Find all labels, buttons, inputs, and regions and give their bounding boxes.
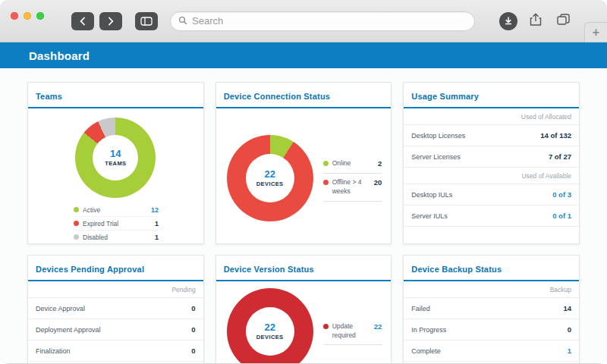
window-controls	[11, 12, 44, 20]
sidebar-toggle-button[interactable]	[135, 12, 158, 30]
card-header: Device Connection Status	[216, 83, 392, 108]
row-value: 0	[568, 325, 571, 334]
card-devices-pending-approval: Devices Pending Approval Pending Device …	[27, 255, 204, 363]
donut-center-label: DEVICES	[256, 180, 284, 187]
teams-donut-chart[interactable]: 14 TEAMS	[75, 118, 156, 198]
minimize-window-button[interactable]	[24, 12, 31, 20]
browser-window: + Dashboard Teams 14 TEAMS	[0, 0, 607, 364]
connection-card-body: 22 DEVICES Online 2 Offline > 4 weeks	[216, 108, 392, 244]
legend-item: Expired Trial 1	[74, 217, 159, 231]
version-legend: Update required 22	[323, 318, 382, 346]
legend-item: Offline > 4 weeks 20	[323, 174, 382, 202]
table-row: Deployment Approval 0	[28, 319, 203, 340]
chevron-left-icon	[79, 17, 86, 26]
update-required-dot-icon	[323, 324, 329, 329]
card-title: Device Version Status	[224, 265, 314, 274]
row-value: 7 of 27	[549, 152, 571, 161]
table-group-header: Backup	[404, 281, 579, 298]
offline-dot-icon	[323, 180, 329, 185]
version-donut-chart[interactable]: 22 DEVICES	[227, 288, 313, 363]
card-usage-summary: Usage Summary Used of Allocated Desktop …	[403, 82, 580, 244]
new-tab-button[interactable]: +	[584, 22, 607, 42]
legend-value[interactable]: 22	[374, 322, 382, 331]
back-button[interactable]	[71, 12, 94, 30]
donut-center: 14 TEAMS	[93, 135, 138, 180]
tab-overview-button[interactable]	[552, 11, 574, 31]
legend-label: Active	[83, 206, 147, 214]
downloads-button[interactable]	[498, 11, 519, 31]
table-row: Complete 1	[404, 340, 579, 362]
table-group-header: Used of Allocated	[404, 108, 579, 125]
row-label: Complete	[411, 347, 441, 355]
donut-center-value: 22	[264, 169, 275, 180]
table-group-header: Used of Available	[404, 168, 579, 184]
row-value[interactable]: 0 of 3	[552, 190, 571, 199]
legend-label: Expired Trial	[83, 220, 151, 228]
row-label: Server IULs	[411, 212, 448, 220]
version-card-body: 22 DEVICES Update required 22	[216, 281, 392, 363]
card-header: Devices Pending Approval	[28, 256, 203, 281]
zoom-window-button[interactable]	[36, 12, 44, 20]
row-value: 0	[191, 304, 195, 312]
forward-button[interactable]	[99, 12, 122, 30]
card-header: Teams	[28, 83, 203, 108]
legend-label: Online	[332, 159, 374, 168]
chevron-right-icon	[107, 17, 115, 26]
card-teams: Teams 14 TEAMS Active 12	[27, 82, 204, 244]
card-header: Device Version Status	[216, 256, 392, 281]
table-row: Failed 14	[404, 298, 579, 319]
tabs-icon	[557, 14, 570, 28]
app-header: Dashboard	[0, 42, 607, 68]
connection-donut-chart[interactable]: 22 DEVICES	[227, 135, 313, 221]
legend-value: 1	[155, 220, 159, 228]
legend-value: 1	[155, 234, 159, 241]
row-label: Deployment Approval	[36, 326, 101, 334]
table-row: Server IULs 0 of 1	[404, 206, 579, 227]
card-title: Device Connection Status	[224, 92, 331, 101]
teams-legend: Active 12 Expired Trial 1 Disabled 1	[74, 203, 159, 244]
browser-toolbar: +	[0, 0, 607, 42]
expired-dot-icon	[74, 221, 79, 226]
donut-center: 22 DEVICES	[246, 154, 294, 202]
donut-center-value: 22	[264, 322, 275, 333]
row-label: Server Licenses	[411, 153, 461, 161]
share-button[interactable]	[525, 11, 546, 31]
address-search-bar[interactable]	[170, 11, 475, 31]
disabled-dot-icon	[74, 234, 79, 240]
legend-item: Update required 22	[323, 318, 382, 346]
dashboard-content: Teams 14 TEAMS Active 12	[0, 68, 607, 363]
card-title: Device Backup Status	[411, 265, 502, 274]
row-label: Finalization	[36, 347, 71, 355]
row-value: 0	[191, 325, 195, 334]
connection-legend: Online 2 Offline > 4 weeks 20	[323, 155, 382, 202]
donut-center-label: TEAMS	[105, 160, 126, 167]
legend-value: 2	[378, 159, 382, 168]
table-row: Device Approval 0	[28, 298, 203, 319]
legend-label: Offline > 4 weeks	[332, 178, 370, 196]
legend-label: Disabled	[83, 234, 151, 241]
card-header: Device Backup Status	[404, 256, 579, 281]
legend-value[interactable]: 12	[151, 206, 159, 214]
legend-item: Active 12	[74, 203, 159, 217]
legend-item: Online 2	[323, 155, 382, 174]
row-value: 0	[191, 347, 195, 355]
table-row: Finalization 0	[28, 340, 203, 362]
row-value[interactable]: 1	[568, 347, 571, 355]
active-dot-icon	[74, 207, 79, 212]
row-value[interactable]: 0 of 1	[552, 212, 571, 220]
table-row: Server Licenses 7 of 27	[404, 146, 579, 168]
donut-center-value: 14	[110, 149, 121, 159]
card-device-version-status: Device Version Status 22 DEVICES Update …	[215, 255, 392, 363]
card-device-connection-status: Device Connection Status 22 DEVICES Onli…	[215, 82, 392, 244]
close-window-button[interactable]	[11, 12, 18, 20]
row-label: Desktop Licenses	[411, 132, 465, 140]
search-input[interactable]	[192, 15, 467, 27]
row-label: In Progress	[411, 326, 446, 334]
plus-icon: +	[593, 26, 599, 39]
card-title: Usage Summary	[411, 92, 479, 101]
usage-table: Used of Allocated Desktop Licenses 14 of…	[404, 108, 579, 227]
card-header: Usage Summary	[404, 83, 579, 108]
share-icon	[530, 13, 542, 30]
donut-center-label: DEVICES	[256, 334, 284, 340]
row-label: Desktop IULs	[411, 191, 452, 199]
